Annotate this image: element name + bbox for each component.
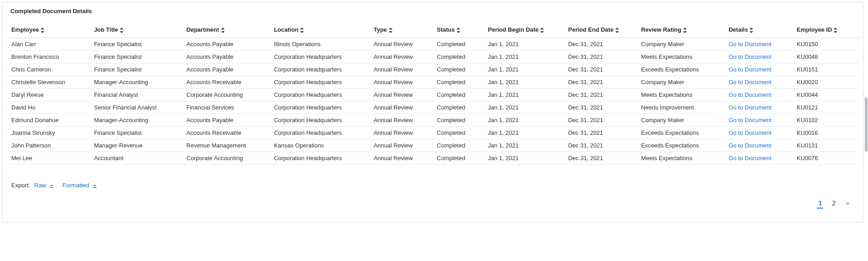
pager-page-2[interactable]: 2 — [830, 199, 837, 207]
col-header-employee[interactable]: Employee — [6, 22, 89, 38]
export-formatted-link[interactable]: Formatted — [62, 182, 98, 189]
sort-icon — [834, 28, 837, 33]
cell-begin: Jan 1, 2021 — [482, 38, 563, 51]
table-row: David HoSenior Financial AnalystFinancia… — [6, 101, 859, 114]
cell-empid: KU0016 — [791, 127, 859, 139]
go-to-document-link[interactable]: Go to Document — [729, 41, 772, 47]
cell-end: Dec 31, 2021 — [563, 139, 636, 152]
col-header-period-begin[interactable]: Period Begin Date — [482, 22, 563, 38]
cell-empid: KU0102 — [791, 114, 859, 127]
sort-icon — [615, 28, 619, 33]
cell-end: Dec 31, 2021 — [563, 114, 636, 127]
export-label: Export: — [11, 182, 30, 189]
cell-begin: Jan 1, 2021 — [482, 76, 563, 89]
sort-icon — [540, 28, 544, 33]
table-row: Daryl ReeseFinancial AnalystCorporate Ac… — [6, 89, 859, 101]
cell-employee: Edmund Donahue — [6, 114, 89, 127]
col-header-type[interactable]: Type — [368, 22, 431, 38]
cell-employee: David Ho — [6, 101, 89, 114]
cell-jobtitle: Manager-Revenue — [89, 139, 181, 152]
go-to-document-link[interactable]: Go to Document — [729, 155, 772, 161]
cell-rating: Company Maker — [636, 38, 723, 51]
cell-rating: Meets Expectations — [636, 89, 723, 101]
cell-department: Accounts Payable — [181, 114, 269, 127]
cell-details: Go to Document — [723, 152, 792, 165]
cell-empid: KU0076 — [791, 152, 859, 165]
cell-rating: Meets Expectations — [636, 152, 723, 165]
col-header-department[interactable]: Department — [181, 22, 269, 38]
go-to-document-link[interactable]: Go to Document — [729, 91, 772, 98]
cell-empid: KU0121 — [791, 101, 859, 114]
sort-icon — [750, 28, 753, 33]
cell-status: Completed — [431, 152, 482, 165]
cell-department: Accounts Payable — [181, 38, 269, 51]
cell-status: Completed — [431, 139, 482, 152]
cell-rating: Exceeds Expectations — [636, 139, 723, 152]
table-row: Christelle StevensonManager-AccountingAc… — [6, 76, 859, 89]
cell-status: Completed — [431, 63, 482, 76]
sort-icon — [221, 28, 225, 33]
panel-title: Completed Document Details — [2, 2, 863, 17]
cell-end: Dec 31, 2021 — [563, 63, 636, 76]
cell-empid: KU0131 — [791, 139, 859, 152]
table-row: Alan CarrFinance SpecialistAccounts Paya… — [6, 38, 859, 51]
table-row: Edmund DonahueManager-AccountingAccounts… — [6, 114, 859, 127]
cell-status: Completed — [431, 114, 482, 127]
cell-department: Financial Services — [181, 101, 269, 114]
col-header-status[interactable]: Status — [431, 22, 482, 38]
sort-icon — [120, 28, 123, 33]
go-to-document-link[interactable]: Go to Document — [729, 142, 772, 149]
scrollbar-thumb[interactable] — [865, 97, 868, 152]
go-to-document-link[interactable]: Go to Document — [729, 129, 772, 136]
cell-status: Completed — [431, 38, 482, 51]
table-header-row: Employee Job Title Department Location T… — [6, 22, 859, 38]
go-to-document-link[interactable]: Go to Document — [729, 79, 772, 85]
pager-page-1[interactable]: 1 — [817, 199, 823, 209]
cell-rating: Meets Expectations — [636, 51, 723, 63]
cell-jobtitle: Senior Financial Analyst — [89, 101, 181, 114]
cell-location: Kansas Operations — [269, 139, 368, 152]
cell-department: Accounts Receivable — [181, 76, 269, 89]
col-header-period-end[interactable]: Period End Date — [563, 22, 636, 38]
go-to-document-link[interactable]: Go to Document — [729, 53, 772, 60]
cell-location: Corporation Headquarters — [269, 152, 368, 165]
export-block: Export: Raw Formatted — [2, 165, 863, 189]
cell-type: Annual Review — [368, 89, 431, 101]
cell-details: Go to Document — [723, 76, 792, 89]
cell-employee: Daryl Reese — [6, 89, 89, 101]
cell-rating: Exceeds Expectations — [636, 127, 723, 139]
table-row: Brenton FranciscoFinance SpecialistAccou… — [6, 51, 859, 63]
cell-begin: Jan 1, 2021 — [482, 114, 563, 127]
cell-begin: Jan 1, 2021 — [482, 139, 563, 152]
col-header-location[interactable]: Location — [269, 22, 368, 38]
table-row: John PattersonManager-RevenueRevenue Man… — [6, 139, 859, 152]
cell-end: Dec 31, 2021 — [563, 51, 636, 63]
cell-rating: Exceeds Expectations — [636, 63, 723, 76]
cell-details: Go to Document — [723, 101, 792, 114]
sort-icon — [457, 28, 460, 33]
cell-empid: KU0044 — [791, 89, 859, 101]
cell-department: Accounts Payable — [181, 51, 269, 63]
col-header-details[interactable]: Details — [723, 22, 792, 38]
go-to-document-link[interactable]: Go to Document — [729, 66, 772, 73]
cell-details: Go to Document — [723, 38, 792, 51]
col-header-employee-id[interactable]: Employee ID — [791, 22, 859, 38]
cell-location: Illinois Operations — [269, 38, 368, 51]
cell-begin: Jan 1, 2021 — [482, 101, 563, 114]
export-raw-link[interactable]: Raw — [34, 182, 56, 189]
scrollbar[interactable] — [864, 0, 868, 224]
cell-employee: John Patterson — [6, 139, 89, 152]
pager-next[interactable]: » — [846, 199, 849, 207]
cell-type: Annual Review — [368, 114, 431, 127]
cell-rating: Needs Improvement — [636, 101, 723, 114]
cell-location: Corporation Headquarters — [269, 114, 368, 127]
cell-type: Annual Review — [368, 63, 431, 76]
cell-location: Corporation Headquarters — [269, 127, 368, 139]
cell-end: Dec 31, 2021 — [563, 89, 636, 101]
cell-department: Corporate Accounting — [181, 152, 269, 165]
col-header-jobtitle[interactable]: Job Title — [89, 22, 181, 38]
cell-begin: Jan 1, 2021 — [482, 89, 563, 101]
go-to-document-link[interactable]: Go to Document — [729, 117, 772, 123]
col-header-review-rating[interactable]: Review Rating — [636, 22, 723, 38]
go-to-document-link[interactable]: Go to Document — [729, 104, 772, 111]
